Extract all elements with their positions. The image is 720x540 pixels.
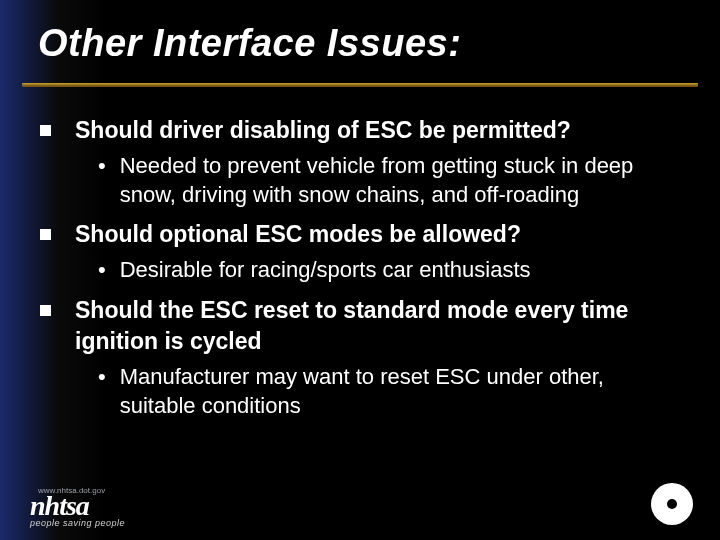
bullet-item: Should optional ESC modes be allowed? — [40, 219, 670, 250]
svg-point-2 — [667, 499, 677, 509]
sub-bullet-text: Desirable for racing/sports car enthusia… — [120, 256, 531, 285]
square-bullet-icon — [40, 229, 51, 240]
sub-bullet-item: • Desirable for racing/sports car enthus… — [98, 256, 670, 285]
sub-bullet-item: • Needed to prevent vehicle from getting… — [98, 152, 670, 209]
square-bullet-icon — [40, 305, 51, 316]
nhtsa-tagline: people saving people — [30, 518, 125, 528]
sub-bullet-item: • Manufacturer may want to reset ESC und… — [98, 363, 670, 420]
dot-bullet-icon: • — [98, 256, 106, 285]
dot-logo-icon — [650, 482, 694, 526]
bullet-text: Should driver disabling of ESC be permit… — [75, 115, 571, 146]
slide-title: Other Interface Issues: — [0, 0, 720, 65]
slide-body: Should driver disabling of ESC be permit… — [0, 87, 720, 420]
nhtsa-logo-text: nhtsa — [30, 493, 89, 518]
sub-bullet-text: Needed to prevent vehicle from getting s… — [120, 152, 670, 209]
sub-bullet-text: Manufacturer may want to reset ESC under… — [120, 363, 670, 420]
bullet-text: Should the ESC reset to standard mode ev… — [75, 295, 670, 357]
bullet-item: Should driver disabling of ESC be permit… — [40, 115, 670, 146]
dot-bullet-icon: • — [98, 152, 106, 181]
bullet-item: Should the ESC reset to standard mode ev… — [40, 295, 670, 357]
square-bullet-icon — [40, 125, 51, 136]
bullet-text: Should optional ESC modes be allowed? — [75, 219, 521, 250]
dot-bullet-icon: • — [98, 363, 106, 392]
footer-logo-area: www.nhtsa.dot.gov nhtsa people saving pe… — [30, 486, 125, 528]
